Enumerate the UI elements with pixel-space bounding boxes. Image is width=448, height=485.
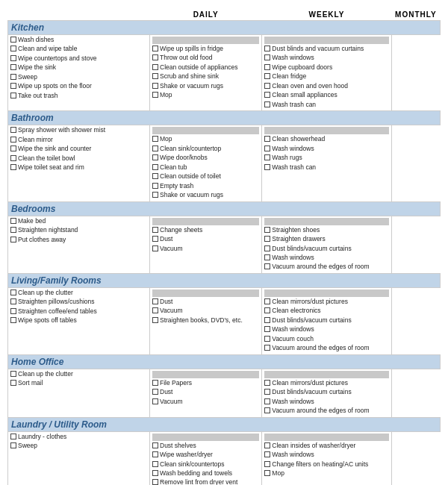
list-item: Sort mail — [10, 379, 147, 387]
checkbox[interactable] — [264, 336, 270, 342]
checkbox[interactable] — [264, 146, 270, 151]
daily-header: DAILY — [150, 7, 262, 21]
list-item: Clean sink/countertop — [152, 145, 259, 153]
checkbox[interactable] — [264, 307, 270, 313]
checkbox[interactable] — [152, 451, 158, 457]
checkbox[interactable] — [10, 55, 16, 61]
checkbox[interactable] — [264, 451, 270, 457]
checkbox[interactable] — [152, 317, 158, 323]
monthly-column: Straighten shoes Straighten drawers Dust… — [262, 216, 391, 273]
list-item: Shake or vacuum rugs — [152, 82, 259, 90]
checkbox[interactable] — [264, 101, 270, 107]
checkbox[interactable] — [10, 442, 16, 448]
checkbox[interactable] — [10, 164, 16, 170]
checkbox[interactable] — [264, 326, 270, 332]
checkbox[interactable] — [264, 227, 270, 233]
list-item: Straighten nightstand — [10, 226, 147, 234]
list-item: Wash windows — [264, 398, 388, 406]
checkbox[interactable] — [10, 237, 16, 242]
checkbox[interactable] — [264, 236, 270, 242]
checkbox[interactable] — [10, 290, 16, 295]
checkbox[interactable] — [152, 442, 158, 448]
checkbox[interactable] — [10, 298, 16, 304]
checkbox[interactable] — [264, 263, 270, 269]
checkbox[interactable] — [152, 192, 158, 198]
checkbox[interactable] — [152, 479, 158, 485]
checkbox[interactable] — [264, 73, 270, 79]
list-item: Wash windows — [264, 451, 388, 459]
checkbox[interactable] — [264, 470, 270, 476]
checkbox[interactable] — [152, 307, 158, 313]
checkbox[interactable] — [152, 92, 158, 98]
checkbox[interactable] — [264, 245, 270, 251]
checkbox[interactable] — [264, 92, 270, 98]
daily-column: Clean up the clutter Sort mail — [8, 369, 150, 417]
checkbox[interactable] — [152, 164, 158, 170]
checkbox[interactable] — [10, 74, 16, 80]
checkbox[interactable] — [10, 146, 16, 151]
checkbox[interactable] — [10, 127, 16, 133]
list-item: Straighten shoes — [264, 226, 388, 234]
checkbox[interactable] — [152, 227, 158, 233]
checkbox[interactable] — [10, 155, 16, 161]
list-item: Straighten coffee/end tables — [10, 307, 147, 316]
checkbox[interactable] — [10, 317, 16, 323]
checkbox[interactable] — [152, 154, 158, 160]
checkbox[interactable] — [152, 73, 158, 79]
checkbox[interactable] — [10, 380, 16, 386]
checkbox[interactable] — [10, 137, 16, 143]
checkbox[interactable] — [264, 54, 270, 60]
list-item: Dust blinds/vacuum curtains — [264, 245, 388, 253]
checkbox[interactable] — [264, 254, 270, 260]
checkbox[interactable] — [10, 218, 16, 224]
checkbox[interactable] — [152, 54, 158, 60]
checkbox[interactable] — [264, 164, 270, 170]
checkbox[interactable] — [10, 308, 16, 314]
checkbox[interactable] — [264, 136, 270, 142]
checkbox[interactable] — [10, 83, 16, 89]
list-item: Clean fridge — [264, 72, 388, 81]
checkbox[interactable] — [152, 298, 158, 304]
checkbox[interactable] — [264, 64, 270, 70]
checkbox[interactable] — [152, 236, 158, 242]
checkbox[interactable] — [10, 46, 16, 51]
list-item: Vacuum couch — [264, 335, 388, 343]
checkbox[interactable] — [10, 64, 16, 70]
checkbox[interactable] — [10, 434, 16, 439]
checkbox[interactable] — [264, 407, 270, 413]
checkbox[interactable] — [152, 183, 158, 189]
checkbox[interactable] — [264, 380, 270, 386]
checkbox[interactable] — [152, 380, 158, 386]
checkbox[interactable] — [10, 93, 16, 98]
checkbox[interactable] — [152, 461, 158, 467]
checkbox[interactable] — [152, 173, 158, 179]
checkbox[interactable] — [264, 46, 270, 51]
checkbox[interactable] — [264, 389, 270, 395]
checkbox[interactable] — [264, 298, 270, 304]
checkbox[interactable] — [152, 64, 158, 70]
checkbox[interactable] — [10, 227, 16, 233]
list-item: Wipe up spills in fridge — [152, 45, 259, 53]
checkbox[interactable] — [152, 245, 158, 251]
checkbox[interactable] — [10, 37, 16, 43]
checkbox[interactable] — [152, 389, 158, 395]
list-item: Wash trash can — [264, 163, 388, 172]
checkbox[interactable] — [264, 83, 270, 89]
checkbox[interactable] — [264, 442, 270, 448]
list-item: Straighten pillows/cushions — [10, 298, 147, 306]
checkbox[interactable] — [152, 146, 158, 151]
checkbox[interactable] — [264, 317, 270, 323]
checkbox[interactable] — [152, 46, 158, 51]
checkbox[interactable] — [264, 398, 270, 404]
checkbox[interactable] — [264, 461, 270, 467]
list-item: Vacuum — [152, 398, 259, 406]
checkbox[interactable] — [152, 398, 158, 404]
list-item: Clean oven and oven hood — [264, 82, 388, 90]
checkbox[interactable] — [152, 470, 158, 476]
checkbox[interactable] — [264, 345, 270, 351]
checkbox[interactable] — [152, 83, 158, 89]
list-item: Clean tub — [152, 163, 259, 172]
checkbox[interactable] — [264, 154, 270, 160]
checkbox[interactable] — [152, 136, 158, 142]
checkbox[interactable] — [10, 371, 16, 377]
